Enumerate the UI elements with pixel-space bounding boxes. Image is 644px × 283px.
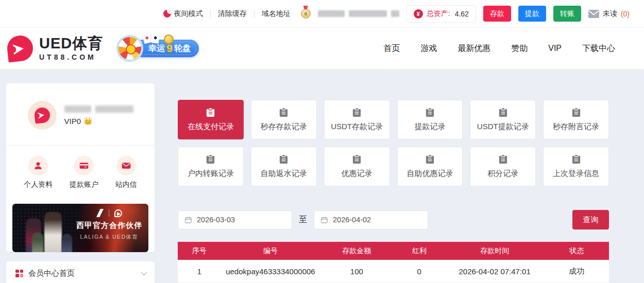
tab-label: 秒存存款记录 — [261, 122, 307, 132]
quick-links: 个人资料 提款账户 — [6, 146, 155, 201]
cell-status: 成功 — [544, 267, 609, 276]
tab-self-promo-records[interactable]: 自助优惠记录 — [397, 147, 463, 186]
laliga-promo-banner[interactable]: 西甲官方合作伙伴 LALIGA & UED体育 — [12, 204, 148, 252]
tab-self-rebate-records[interactable]: 自助返水记录 — [251, 147, 317, 186]
nav-sponsorship[interactable]: 赞助 — [511, 43, 528, 54]
quick-link-profile[interactable]: 个人资料 — [24, 156, 53, 189]
tab-withdrawal-records[interactable]: 提款记录 — [397, 100, 463, 139]
table-row: 1 uedokpay4633334000006 100 0 2026-04-02… — [178, 260, 609, 283]
clipboard-icon — [426, 108, 434, 117]
col-header-deposit-amount: 存款金额 — [320, 246, 393, 256]
quick-link-label: 个人资料 — [24, 180, 53, 189]
sidebar: VIP0 👑 个人资料 — [6, 83, 155, 283]
unread-label: 未读 — [603, 9, 617, 19]
member-home-label: 会员中心首页 — [28, 269, 75, 278]
logo-title: UED体育 — [39, 36, 103, 51]
night-mode-label: 夜间模式 — [174, 9, 203, 19]
unread-messages[interactable]: 未读(0) — [588, 9, 630, 19]
tab-label: 积分记录 — [487, 169, 518, 179]
nav-games[interactable]: 游戏 — [420, 43, 437, 54]
envelope-icon — [588, 10, 599, 18]
tab-label: 提款记录 — [414, 122, 445, 132]
date-to-input[interactable]: 2026-04-02 — [314, 210, 428, 229]
header: UED体育 UT88.COM 幸运 9 轮盘 首页 游戏 最新优惠 赞助 VIP… — [0, 28, 644, 69]
cell-index: 1 — [178, 267, 221, 276]
promo-subtitle: LALIGA & UED体育 — [76, 234, 142, 241]
transfer-button[interactable]: 转账 — [553, 6, 581, 22]
col-header-status: 状态 — [544, 246, 609, 256]
nav-promotions[interactable]: 最新优惠 — [457, 43, 490, 54]
nav-home[interactable]: 首页 — [383, 43, 400, 54]
withdraw-button[interactable]: 提款 — [518, 6, 546, 22]
cell-deposit-amount: 100 — [320, 267, 393, 276]
divider — [210, 10, 211, 17]
vip-level-label: VIP0 — [64, 117, 81, 126]
page: 夜间模式 清除缓存 域名地址 0 ¥ 总资产: 4.62 存款 提款 转账 未读… — [0, 0, 644, 283]
tab-promo-records[interactable]: 优惠记录 — [324, 147, 390, 186]
chevron-down-icon[interactable] — [141, 270, 147, 275]
mail-icon — [116, 156, 136, 175]
tab-flash-deposit-records[interactable]: 秒存存款记录 — [251, 100, 317, 139]
clipboard-icon — [279, 154, 288, 164]
tab-last-login-info[interactable]: 上次登录信息 — [543, 147, 609, 186]
username-redacted[interactable] — [318, 10, 399, 17]
clear-cache-link[interactable]: 清除缓存 — [218, 9, 247, 19]
tab-online-payment-records[interactable]: 在线支付记录 — [178, 100, 244, 139]
total-assets-value: 4.62 — [455, 10, 469, 18]
player-silhouette — [44, 212, 62, 252]
nav-download-center[interactable]: 下载中心 — [582, 43, 615, 54]
clipboard-icon — [352, 108, 361, 117]
tab-label: 上次登录信息 — [553, 169, 599, 179]
tab-points-records[interactable]: 积分记录 — [470, 147, 536, 186]
deposit-button[interactable]: 存款 — [483, 6, 511, 22]
tab-label: USDT存款记录 — [331, 122, 383, 132]
quick-link-label: 站内信 — [115, 180, 137, 189]
domain-address-link[interactable]: 域名地址 — [262, 9, 291, 19]
unread-count: (0) — [621, 10, 630, 18]
lucky-wheel-banner[interactable]: 幸运 9 轮盘 — [116, 32, 199, 64]
bank-card-icon — [74, 156, 94, 175]
laliga-logo-icon — [96, 209, 104, 217]
crown-icon: 👑 — [83, 117, 92, 125]
tab-internal-transfer-records[interactable]: 户内转账记录 — [178, 147, 244, 186]
sidebar-item-member-home[interactable]: 会员中心首页 — [6, 261, 155, 283]
calendar-icon — [184, 216, 192, 224]
tab-usdt-withdrawal-records[interactable]: USDT提款记录 — [470, 100, 536, 139]
domain-address-label: 域名地址 — [262, 9, 291, 19]
avatar-logo-icon — [33, 107, 50, 124]
date-from-value: 2026-03-03 — [197, 216, 235, 224]
cell-order-no: uedokpay4633334000006 — [221, 267, 320, 276]
total-assets-label: 总资产: — [427, 9, 450, 19]
tab-label: 秒存附言记录 — [553, 122, 599, 132]
tab-usdt-deposit-records[interactable]: USDT存款记录 — [324, 100, 390, 139]
moon-icon — [163, 10, 171, 17]
clipboard-icon — [352, 154, 361, 164]
night-mode-toggle[interactable]: 夜间模式 — [163, 9, 203, 19]
player-silhouette — [62, 234, 72, 252]
total-assets-pill: ¥ 总资产: 4.62 — [406, 5, 476, 23]
clipboard-icon — [572, 108, 581, 117]
profile-section: VIP0 👑 — [6, 83, 155, 145]
lucky-suffix: 轮盘 — [174, 43, 191, 54]
topbar: 夜间模式 清除缓存 域名地址 0 ¥ 总资产: 4.62 存款 提款 转账 未读… — [0, 0, 644, 28]
profile-card: VIP0 👑 个人资料 — [6, 83, 155, 252]
quick-link-inbox[interactable]: 站内信 — [115, 156, 137, 189]
date-from-input[interactable]: 2026-03-03 — [178, 210, 292, 229]
clipboard-icon — [206, 154, 215, 164]
date-filter-row: 2026-03-03 至 2026-04-02 查询 — [178, 210, 609, 229]
site-logo[interactable]: UED体育 UT88.COM — [7, 36, 103, 61]
clipboard-icon — [206, 108, 215, 117]
lucky-prefix: 幸运 — [148, 43, 165, 54]
clipboard-icon — [572, 154, 581, 164]
clear-cache-label: 清除缓存 — [218, 9, 247, 19]
logo-domain: UT88.COM — [39, 53, 103, 61]
tab-label: 自助优惠记录 — [406, 169, 453, 179]
main-nav: 首页 游戏 最新优惠 赞助 VIP 下载中心 — [383, 43, 644, 54]
lucky-wheel-icon — [116, 35, 143, 62]
quick-link-withdrawal-account[interactable]: 提款账户 — [70, 156, 98, 189]
nav-vip[interactable]: VIP — [548, 44, 562, 53]
query-button[interactable]: 查询 — [572, 210, 609, 229]
content: VIP0 👑 个人资料 — [0, 69, 644, 283]
tab-flash-memo-records[interactable]: 秒存附言记录 — [543, 100, 609, 139]
col-header-bonus: 红利 — [393, 246, 445, 256]
